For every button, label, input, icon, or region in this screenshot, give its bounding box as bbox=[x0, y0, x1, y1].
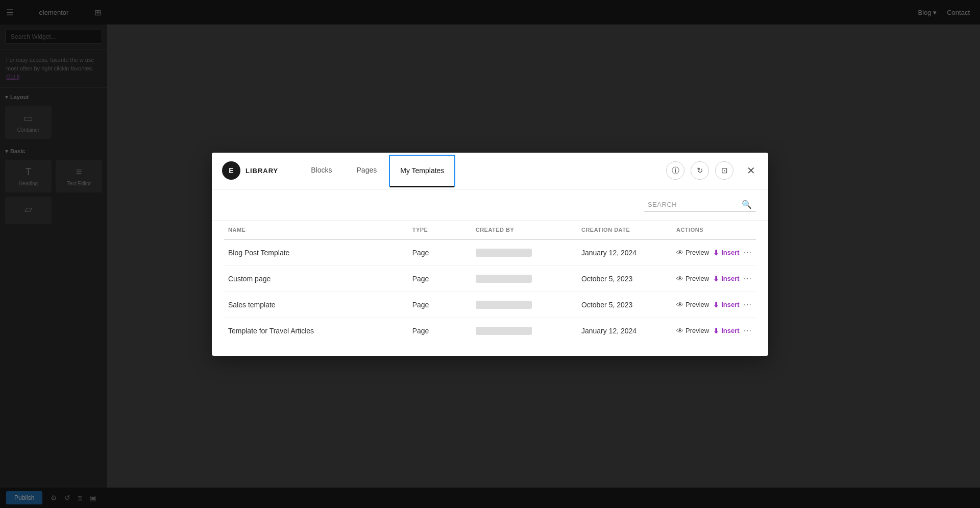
eye-icon: 👁 bbox=[676, 327, 683, 335]
modal-header-actions: ⓘ ↻ ⊡ ✕ bbox=[666, 161, 758, 180]
template-date-cell: January 12, 2024 bbox=[577, 318, 672, 344]
tab-pages[interactable]: Pages bbox=[345, 153, 389, 189]
insert-button[interactable]: ⬇ Insert bbox=[713, 249, 739, 257]
template-created-by-cell bbox=[472, 239, 577, 266]
tab-blocks[interactable]: Blocks bbox=[299, 153, 344, 189]
info-button[interactable]: ⓘ bbox=[666, 161, 684, 180]
library-modal: E LIBRARY Blocks Pages My Templates ⓘ bbox=[212, 153, 768, 356]
templates-table: NAME TYPE CREATED BY CREATION DATE ACTIO… bbox=[224, 221, 756, 344]
template-actions-cell: 👁 Preview ⬇ Insert ··· bbox=[672, 292, 756, 318]
eye-icon: 👁 bbox=[676, 249, 683, 257]
library-logo: E LIBRARY bbox=[222, 161, 278, 180]
template-date-cell: October 5, 2023 bbox=[577, 292, 672, 318]
col-header-type: TYPE bbox=[408, 221, 472, 239]
table-row: Sales template Page October 5, 2023 👁 Pr… bbox=[224, 292, 756, 318]
template-created-by-cell bbox=[472, 318, 577, 344]
template-type-cell: Page bbox=[408, 265, 472, 292]
preview-label: Preview bbox=[685, 275, 709, 282]
preview-label: Preview bbox=[685, 301, 709, 308]
more-options-button[interactable]: ··· bbox=[744, 300, 752, 309]
modal-tabs: Blocks Pages My Templates bbox=[299, 153, 666, 189]
modal-overlay[interactable]: E LIBRARY Blocks Pages My Templates ⓘ bbox=[0, 0, 980, 508]
preview-button[interactable]: 👁 Preview bbox=[676, 327, 709, 335]
insert-icon: ⬇ bbox=[713, 301, 719, 309]
more-options-button[interactable]: ··· bbox=[744, 248, 752, 257]
template-type-cell: Page bbox=[408, 292, 472, 318]
template-actions-cell: 👁 Preview ⬇ Insert ··· bbox=[672, 239, 756, 266]
preview-button[interactable]: 👁 Preview bbox=[676, 275, 709, 283]
modal-body: NAME TYPE CREATED BY CREATION DATE ACTIO… bbox=[212, 221, 768, 356]
template-name-cell: Template for Travel Articles bbox=[224, 318, 408, 344]
library-logo-circle: E bbox=[222, 161, 240, 180]
insert-icon: ⬇ bbox=[713, 327, 719, 335]
template-created-by-cell bbox=[472, 292, 577, 318]
search-box: 🔍 bbox=[644, 198, 756, 212]
table-row: Blog Post Template Page January 12, 2024… bbox=[224, 239, 756, 266]
template-search-input[interactable] bbox=[648, 201, 738, 208]
col-header-date: CREATION DATE bbox=[577, 221, 672, 239]
template-name-cell: Custom page bbox=[224, 265, 408, 292]
close-button[interactable]: ✕ bbox=[744, 163, 758, 178]
created-by-placeholder bbox=[476, 327, 532, 335]
modal-search-bar: 🔍 bbox=[212, 189, 768, 221]
table-row: Template for Travel Articles Page Januar… bbox=[224, 318, 756, 344]
search-icon: 🔍 bbox=[742, 200, 752, 209]
refresh-button[interactable]: ↻ bbox=[691, 161, 709, 180]
template-created-by-cell bbox=[472, 265, 577, 292]
insert-button[interactable]: ⬇ Insert bbox=[713, 327, 739, 335]
insert-icon: ⬇ bbox=[713, 275, 719, 283]
created-by-placeholder bbox=[476, 301, 532, 309]
template-actions-cell: 👁 Preview ⬇ Insert ··· bbox=[672, 265, 756, 292]
template-type-cell: Page bbox=[408, 239, 472, 266]
save-button[interactable]: ⊡ bbox=[715, 161, 733, 180]
insert-label: Insert bbox=[721, 249, 739, 256]
created-by-placeholder bbox=[476, 249, 532, 257]
template-name-cell: Sales template bbox=[224, 292, 408, 318]
modal-header: E LIBRARY Blocks Pages My Templates ⓘ bbox=[212, 153, 768, 189]
save-icon: ⊡ bbox=[721, 166, 728, 175]
insert-label: Insert bbox=[721, 301, 739, 308]
preview-label: Preview bbox=[685, 249, 709, 256]
tab-my-templates[interactable]: My Templates bbox=[389, 155, 455, 187]
template-name-cell: Blog Post Template bbox=[224, 239, 408, 266]
col-header-created-by: CREATED BY bbox=[472, 221, 577, 239]
created-by-placeholder bbox=[476, 275, 532, 283]
more-options-button[interactable]: ··· bbox=[744, 274, 752, 283]
insert-label: Insert bbox=[721, 275, 739, 282]
more-options-button[interactable]: ··· bbox=[744, 326, 752, 335]
template-date-cell: January 12, 2024 bbox=[577, 239, 672, 266]
preview-label: Preview bbox=[685, 327, 709, 334]
preview-button[interactable]: 👁 Preview bbox=[676, 301, 709, 309]
template-actions-cell: 👁 Preview ⬇ Insert ··· bbox=[672, 318, 756, 344]
insert-button[interactable]: ⬇ Insert bbox=[713, 275, 739, 283]
template-date-cell: October 5, 2023 bbox=[577, 265, 672, 292]
col-header-actions: ACTIONS bbox=[672, 221, 756, 239]
refresh-icon: ↻ bbox=[697, 166, 703, 175]
eye-icon: 👁 bbox=[676, 275, 683, 283]
eye-icon: 👁 bbox=[676, 301, 683, 309]
insert-label: Insert bbox=[721, 327, 739, 334]
table-row: Custom page Page October 5, 2023 👁 Previ… bbox=[224, 265, 756, 292]
preview-button[interactable]: 👁 Preview bbox=[676, 249, 709, 257]
library-title: LIBRARY bbox=[246, 167, 278, 175]
insert-icon: ⬇ bbox=[713, 249, 719, 257]
template-type-cell: Page bbox=[408, 318, 472, 344]
close-icon: ✕ bbox=[747, 164, 755, 177]
col-header-name: NAME bbox=[224, 221, 408, 239]
insert-button[interactable]: ⬇ Insert bbox=[713, 301, 739, 309]
info-icon: ⓘ bbox=[672, 166, 679, 176]
